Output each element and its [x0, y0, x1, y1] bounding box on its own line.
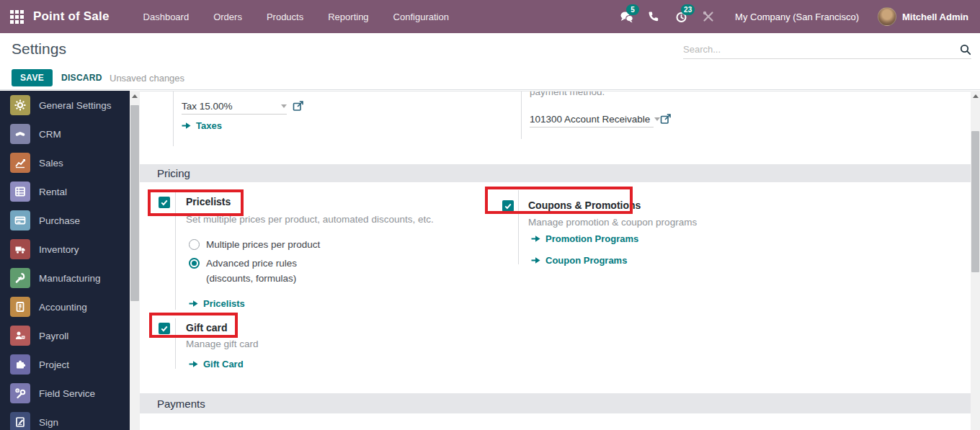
setting-box-divider: [173, 91, 174, 146]
app-name[interactable]: Point of Sale: [33, 9, 110, 24]
pricelists-label: Pricelists: [186, 196, 231, 207]
sidebar-item-general-settings[interactable]: General Settings: [0, 91, 130, 120]
invoice-icon: [10, 297, 30, 317]
check-icon: [160, 324, 169, 333]
arrow-right-icon: [189, 360, 198, 368]
activities-badge: 23: [681, 4, 695, 15]
nav-item-configuration[interactable]: Configuration: [381, 0, 461, 33]
truck-icon: [10, 239, 30, 259]
save-button[interactable]: SAVE: [12, 69, 53, 86]
wrench-icon: [10, 268, 30, 288]
sidebar-item-rental[interactable]: Rental: [0, 177, 130, 206]
scroll-up-arrow[interactable]: [132, 94, 138, 98]
gift-card-description: Manage gift card: [186, 339, 259, 349]
intermediary-account-select[interactable]: 101300 Account Receivable: [530, 112, 654, 127]
setting-box-divider: [175, 318, 176, 369]
radio-icon: [189, 239, 200, 250]
gift-card-link[interactable]: Gift Card: [189, 359, 244, 369]
coupons-description: Manage promotion & coupon programs: [528, 217, 697, 228]
main-scrollbar[interactable]: [971, 91, 980, 430]
promotion-programs-link[interactable]: Promotion Programs: [531, 233, 638, 244]
user-avatar[interactable]: [878, 7, 896, 26]
rental-list-icon: [10, 182, 30, 202]
sidebar-item-label: Field Service: [39, 388, 95, 399]
search-icon[interactable]: [960, 44, 971, 55]
top-navbar: Point of Sale Dashboard Orders Products …: [0, 0, 980, 33]
search-input[interactable]: [683, 44, 960, 55]
credit-card-icon: [10, 210, 30, 230]
check-icon: [504, 202, 512, 210]
default-tax-value: Tax 15.00%: [182, 101, 277, 112]
gift-card-checkbox[interactable]: [159, 323, 170, 334]
messages-icon[interactable]: 5: [612, 0, 640, 33]
user-menu[interactable]: Mitchell Admin: [902, 12, 968, 22]
external-link-icon[interactable]: [293, 100, 304, 112]
sidebar-item-inventory[interactable]: Inventory: [0, 235, 130, 264]
nav-item-products[interactable]: Products: [254, 0, 316, 33]
discard-button[interactable]: DISCARD: [57, 69, 107, 86]
sidebar-item-crm[interactable]: CRM: [0, 120, 130, 148]
main-scrollbar-thumb[interactable]: [971, 131, 979, 272]
caret-down-icon: [281, 104, 287, 108]
tools-icon[interactable]: [695, 0, 722, 33]
nav-item-dashboard[interactable]: Dashboard: [131, 0, 202, 33]
sidebar-item-label: Purchase: [39, 215, 80, 226]
sign-pen-icon: [10, 412, 30, 430]
pricing-section-header: Pricing: [140, 164, 971, 182]
search-bar: [683, 40, 971, 59]
sidebar-item-manufacturing[interactable]: Manufacturing: [0, 264, 130, 292]
setting-box-divider: [175, 192, 176, 310]
unsaved-changes-label: Unsaved changes: [110, 73, 184, 84]
sidebar-item-project[interactable]: Project: [0, 350, 130, 379]
pricelists-description: Set multiple prices per product, automat…: [186, 214, 434, 225]
scroll-up-arrow[interactable]: [973, 94, 979, 98]
sidebar-item-label: Project: [39, 359, 69, 370]
sidebar-item-label: Accounting: [39, 302, 87, 313]
sidebar-item-sales[interactable]: Sales: [0, 148, 130, 177]
gift-card-label: Gift card: [186, 322, 228, 333]
messages-badge: 5: [626, 4, 639, 15]
company-switcher[interactable]: My Company (San Francisco): [735, 12, 859, 22]
setting-box-divider: [521, 91, 522, 139]
sidebar-scrollbar-thumb[interactable]: [130, 105, 139, 301]
taxes-link[interactable]: Taxes: [182, 120, 222, 131]
apps-menu-icon[interactable]: [10, 10, 24, 24]
nav-item-reporting[interactable]: Reporting: [316, 0, 380, 33]
sidebar-item-label: Rental: [39, 187, 67, 197]
sidebar-item-label: Sign: [39, 417, 58, 428]
sidebar-item-sign[interactable]: Sign: [0, 408, 130, 430]
arrow-right-icon: [189, 300, 198, 308]
sidebar-scrollbar[interactable]: [130, 91, 140, 430]
arrow-right-icon: [182, 122, 191, 130]
phone-icon[interactable]: [640, 0, 667, 33]
sidebar-item-field-service[interactable]: Field Service: [0, 379, 130, 408]
settings-content: Tax 15.00% Taxes payment method. 101300 …: [140, 91, 971, 430]
sidebar-item-label: Inventory: [39, 244, 79, 255]
sidebar-item-label: Sales: [39, 158, 63, 169]
settings-sidebar: General Settings CRM Sales Rental Purcha…: [0, 91, 130, 430]
sidebar-item-label: CRM: [39, 129, 61, 140]
control-panel: Settings SAVE DISCARD Unsaved changes: [0, 33, 980, 90]
sidebar-item-label: General Settings: [39, 100, 112, 111]
coupon-programs-link[interactable]: Coupon Programs: [531, 255, 627, 266]
handshake-icon: [10, 124, 30, 144]
coupons-label: Coupons & Promotions: [528, 200, 641, 211]
sidebar-item-accounting[interactable]: Accounting: [0, 292, 130, 321]
sales-chart-icon: [10, 153, 30, 173]
radio-multiple-prices[interactable]: Multiple prices per product: [189, 239, 320, 250]
sidebar-item-purchase[interactable]: Purchase: [0, 206, 130, 235]
pricelists-checkbox[interactable]: [159, 197, 170, 208]
external-link-icon[interactable]: [660, 113, 672, 125]
payments-section-header: Payments: [140, 393, 971, 413]
activities-icon[interactable]: 23: [667, 0, 695, 33]
radio-advanced-sub-label: (discounts, formulas): [206, 273, 296, 284]
sidebar-item-payroll[interactable]: Payroll: [0, 321, 130, 350]
field-service-icon: [10, 383, 30, 403]
intermediary-account-value: 101300 Account Receivable: [530, 114, 650, 125]
coupons-checkbox[interactable]: [502, 200, 514, 212]
pricelists-link[interactable]: Pricelists: [189, 298, 245, 309]
radio-advanced-price-rules[interactable]: Advanced price rules: [189, 258, 297, 269]
sidebar-item-label: Manufacturing: [39, 273, 101, 284]
nav-item-orders[interactable]: Orders: [201, 0, 254, 33]
default-tax-select[interactable]: Tax 15.00%: [182, 99, 287, 115]
